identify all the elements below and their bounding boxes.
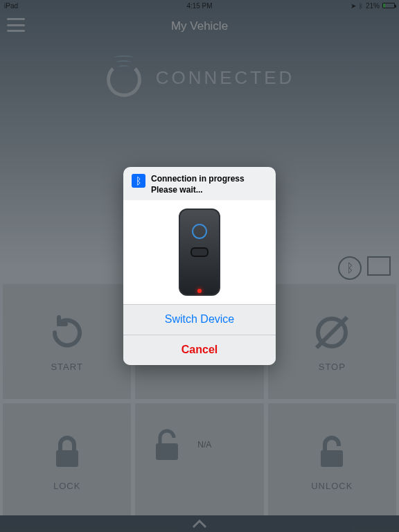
switch-device-button[interactable]: Switch Device — [123, 304, 276, 335]
app-root: iPad 4:15 PM ➤ ᛒ 21% My Vehicle CONNECTE… — [0, 0, 399, 532]
modal-overlay: ᛒ Connection in progress Please wait... … — [0, 0, 399, 532]
connection-modal: ᛒ Connection in progress Please wait... … — [123, 167, 276, 364]
modal-line2: Please wait... — [151, 185, 245, 196]
bluetooth-icon: ᛒ — [132, 174, 145, 188]
modal-header: ᛒ Connection in progress Please wait... — [123, 167, 276, 200]
modal-image — [123, 200, 276, 304]
cancel-button[interactable]: Cancel — [123, 335, 276, 365]
modal-line1: Connection in progress — [151, 174, 245, 185]
remote-device-image — [179, 209, 220, 296]
